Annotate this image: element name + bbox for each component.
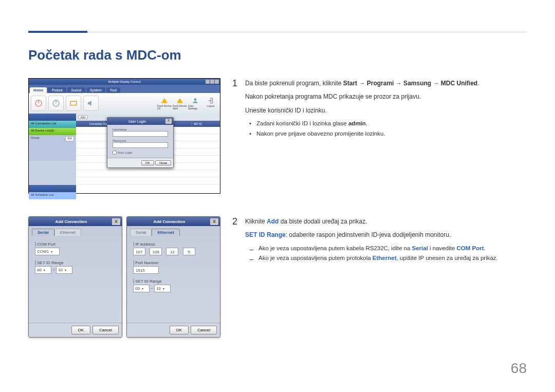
password-input[interactable] — [113, 142, 168, 148]
port-number-input[interactable]: 1515 — [133, 266, 159, 274]
auto-login-input[interactable] — [113, 151, 117, 155]
volume-icon — [86, 99, 96, 108]
login-ok-button[interactable]: OK — [141, 160, 154, 165]
ac-serial-ok-button[interactable]: OK — [71, 326, 91, 334]
tilde-eth: ~ — [151, 286, 153, 291]
username-field: Username — [113, 128, 168, 137]
login-modal-title: User Login — [109, 120, 165, 123]
setid-to-select[interactable]: 10 — [56, 266, 72, 274]
step-2-dash-1: Ako je veza uspostavljena putem kabela R… — [249, 244, 498, 254]
ip-octet-4[interactable]: 5 — [183, 248, 195, 255]
top-divider — [28, 32, 527, 32]
step-1-path: Start → Programi → Samsung → MDC Unified — [343, 80, 477, 87]
sidebar: LFD Device All Connection List All Devic… — [29, 114, 76, 193]
ip-address-label: IP Address — [133, 242, 214, 247]
step-1-after2: Unesite korisnički ID i lozinku. — [245, 105, 479, 116]
minimize-icon[interactable] — [206, 80, 210, 84]
svg-point-5 — [194, 98, 197, 101]
ac-serial-title: Add Connection — [30, 219, 112, 224]
login-modal-header: User Login X — [107, 118, 173, 125]
add-connection-ethernet: Add Connection X Serial Ethernet IP Addr… — [126, 216, 220, 338]
setid-range-field-serial: SET ID Range 00 ~ 10 — [35, 260, 116, 274]
user-settings-icon — [192, 97, 199, 104]
step-1-body: Da biste pokrenuli program, kliknite Sta… — [245, 78, 479, 139]
com-port-select[interactable]: COM1 — [35, 248, 60, 255]
ac-eth-header: Add Connection X — [127, 217, 220, 226]
ip-octet-2[interactable]: 108 — [150, 248, 162, 255]
step-1-after1: Nakon pokretanja programa MDC prikazuje … — [245, 91, 479, 102]
username-input[interactable] — [113, 131, 168, 137]
setid-from-select-eth[interactable]: 00 — [133, 285, 150, 292]
com-port-label: COM Port — [35, 242, 116, 247]
login-close-icon[interactable]: X — [165, 119, 172, 124]
step-1-bullets: Zadani korisnički ID i lozinka glase adm… — [249, 119, 479, 139]
sidebar-all-schedule-list[interactable]: All Schedule List — [29, 192, 76, 199]
grid-add-button[interactable]: Add — [78, 115, 88, 119]
setid-to-select-eth[interactable]: 10 — [154, 285, 171, 292]
ip-octet-1[interactable]: 107 — [133, 248, 145, 255]
volume-button[interactable] — [83, 96, 99, 111]
step-1-bullet-2: Nakon prve prijave obavezno promijenite … — [249, 129, 479, 139]
ac-eth-tab-ethernet[interactable]: Ethernet — [152, 229, 179, 236]
step-1-pre: Da biste pokrenuli program, kliknite — [245, 80, 343, 87]
ip-octet-3[interactable]: 12 — [166, 248, 178, 255]
tab-tool[interactable]: Tool — [106, 87, 120, 93]
alert-icon — [176, 97, 183, 104]
ac-eth-cancel-button[interactable]: Cancel — [191, 326, 217, 334]
sidebar-group-label: Group — [31, 136, 40, 160]
sidebar-edit-button[interactable]: Edit — [65, 136, 74, 141]
tab-system[interactable]: System — [86, 87, 105, 93]
figure-mdc-login: Multiple Display Control Home Picture So… — [28, 78, 220, 194]
window-controls — [206, 80, 219, 84]
ac-serial-tab-ethernet[interactable]: Ethernet — [54, 229, 81, 236]
user-settings-button[interactable]: User Settings — [188, 97, 202, 110]
auto-login-checkbox[interactable]: Auto Login — [113, 151, 168, 155]
fault-device-button[interactable]: Fault Device (0) — [157, 97, 172, 110]
ac-eth-close-icon[interactable]: X — [210, 218, 218, 225]
input-button[interactable] — [66, 96, 81, 111]
window-titlebar: Multiple Display Control — [29, 79, 220, 85]
login-close-button[interactable]: Close — [155, 160, 171, 165]
tab-home[interactable]: Home — [30, 87, 47, 93]
power-on-button[interactable] — [31, 96, 46, 111]
step-2: 2 Kliknite Add da biste dodali uređaj za… — [232, 216, 527, 264]
setid-range-field-eth: SET ID Range 00 ~ 10 — [133, 279, 214, 292]
add-connection-serial: Add Connection X Serial Ethernet COM Por… — [28, 216, 122, 338]
fault-alert-button[interactable]: Fault Device Alert — [173, 97, 187, 110]
tab-picture[interactable]: Picture — [48, 87, 66, 93]
sidebar-lfd-header[interactable]: LFD Device — [29, 114, 76, 121]
add-keyword: Add — [267, 218, 279, 225]
page-number: 68 — [511, 360, 527, 377]
ac-serial-tab-serial[interactable]: Serial — [32, 229, 54, 236]
ac-serial-header: Add Connection X — [29, 217, 122, 226]
ac-eth-tab-serial[interactable]: Serial — [130, 229, 152, 236]
user-login-modal: User Login X Username Password Auto Logi… — [107, 117, 174, 168]
ac-serial-cancel-button[interactable]: Cancel — [92, 326, 119, 334]
step-2-body: Kliknite Add da biste dodali uređaj za p… — [245, 216, 498, 264]
setid-keyword: SET ID Range — [245, 231, 286, 238]
logout-icon — [207, 97, 214, 104]
logout-button[interactable]: Logout — [203, 97, 218, 110]
sidebar-schedule-header[interactable]: Schedule — [29, 185, 76, 192]
power-off-icon — [51, 99, 61, 108]
sidebar-all-conn-list[interactable]: All Connection List — [29, 121, 76, 128]
power-off-button[interactable] — [48, 96, 64, 111]
tab-sound[interactable]: Sound — [67, 87, 85, 93]
grid-col-setid: SET ID — [192, 122, 220, 125]
window-title: Multiple Display Control — [108, 80, 140, 83]
ip-address-field: IP Address 107. 108. 12. 5 — [133, 242, 214, 255]
port-number-field: Port Number 1515 — [133, 260, 214, 274]
sidebar-group-area: Group Edit — [29, 135, 76, 161]
input-icon — [69, 99, 78, 108]
top-divider-accent — [28, 31, 87, 33]
step-1-bullet-1: Zadani korisnički ID i lozinka glase adm… — [249, 119, 479, 129]
setid-from-select[interactable]: 00 — [35, 266, 51, 274]
sidebar-all-device-list[interactable]: All Device List(0) — [29, 128, 76, 135]
setid-range-label-eth: SET ID Range — [133, 279, 214, 284]
maximize-icon[interactable] — [210, 80, 214, 84]
main-tabs: Home Picture Sound System Tool — [29, 85, 220, 93]
page-title: Početak rada s MDC-om — [28, 47, 181, 63]
ac-serial-close-icon[interactable]: X — [112, 218, 120, 225]
close-icon[interactable] — [215, 80, 219, 84]
ac-eth-ok-button[interactable]: OK — [170, 326, 189, 334]
